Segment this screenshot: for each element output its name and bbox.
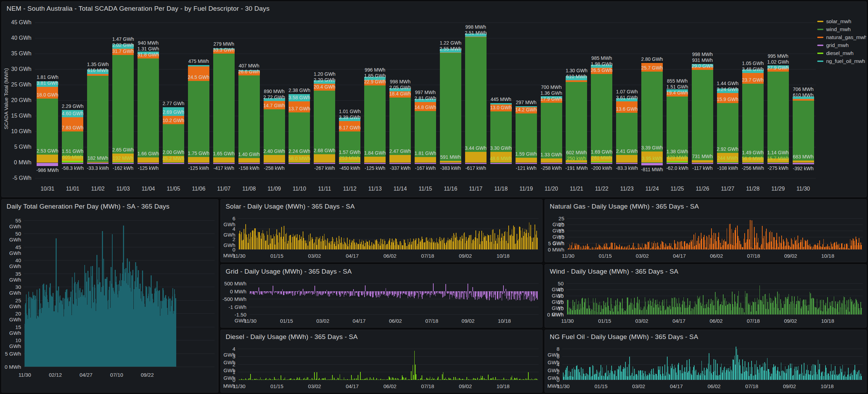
grid-segment[interactable] [238, 163, 260, 164]
diesel-segment[interactable] [566, 162, 587, 163]
grid-segment[interactable] [415, 163, 436, 164]
grid-segment[interactable] [339, 163, 360, 164]
mini-bar[interactable] [433, 283, 434, 291]
grid-segment[interactable] [314, 163, 335, 164]
mini-bar[interactable] [281, 291, 282, 294]
gas-segment[interactable] [465, 37, 487, 37]
mini-bar[interactable] [443, 372, 444, 380]
mini-bar[interactable] [764, 236, 764, 249]
mini-bar[interactable] [332, 375, 333, 380]
wind-segment[interactable] [793, 101, 814, 161]
gas-segment[interactable] [440, 53, 461, 53]
mini-bar[interactable] [314, 372, 315, 380]
mini-bar[interactable] [281, 375, 281, 380]
mini-bar[interactable] [337, 291, 337, 296]
legend-item-diesel_mwh[interactable]: diesel_mwh [817, 50, 863, 56]
solar-segment[interactable] [364, 157, 386, 163]
mini-bar[interactable] [495, 291, 496, 300]
mini-bar[interactable] [302, 291, 303, 295]
wind-segment[interactable] [364, 85, 386, 157]
diesel-segment[interactable] [163, 162, 184, 163]
mini-bar[interactable] [314, 291, 314, 294]
grid-segment[interactable] [112, 163, 134, 164]
mini-bar[interactable] [258, 287, 259, 291]
grid-segment[interactable] [389, 163, 411, 164]
mini-bar[interactable] [488, 375, 489, 380]
grid-segment[interactable] [717, 163, 738, 164]
mini-bar[interactable] [258, 291, 258, 293]
daily-total-chart[interactable]: 55 GWh50 GWh45 GWh40 GWh35 GWh30 GWh25 G… [2, 200, 218, 392]
grid-segment[interactable] [163, 163, 184, 164]
mini-bar[interactable] [416, 374, 416, 380]
mini-bar[interactable] [359, 291, 359, 297]
solar-segment[interactable] [264, 155, 285, 163]
grid-segment[interactable] [138, 163, 159, 164]
mini-bar[interactable] [503, 285, 504, 291]
mini-bar[interactable] [298, 291, 299, 292]
mini-bar[interactable] [491, 291, 492, 298]
mini-bar[interactable] [352, 291, 353, 296]
mini-bar[interactable] [861, 245, 862, 249]
solar-segment[interactable] [213, 157, 235, 163]
gas-segment[interactable] [566, 80, 587, 82]
wind-segment[interactable] [87, 76, 108, 162]
solar-segment[interactable] [440, 161, 461, 163]
diesel-segment[interactable] [62, 161, 83, 163]
mini-bar[interactable] [701, 239, 702, 249]
grid-segment[interactable] [37, 163, 58, 166]
diesel-segment[interactable] [112, 162, 134, 163]
solar-segment[interactable] [793, 161, 814, 163]
solar-segment[interactable] [541, 158, 562, 163]
diesel-segment[interactable] [289, 162, 310, 163]
wind-segment[interactable] [742, 84, 764, 157]
wind-segment[interactable] [440, 53, 461, 161]
mini-bar[interactable] [537, 291, 538, 300]
solar-segment[interactable] [188, 157, 209, 163]
wind-segment[interactable] [692, 70, 713, 160]
mini-bar[interactable] [472, 287, 473, 291]
wind-segment[interactable] [591, 74, 612, 157]
mini-bar[interactable] [649, 241, 650, 249]
grid-segment[interactable] [767, 163, 789, 164]
wind-segment[interactable] [465, 37, 487, 152]
grid-segment[interactable] [641, 163, 663, 165]
diesel-segment[interactable] [767, 162, 789, 163]
grid-segment[interactable] [440, 163, 461, 164]
mini-bar[interactable] [292, 291, 293, 296]
diesel-segment[interactable] [490, 162, 512, 163]
wind-segment[interactable] [238, 75, 260, 158]
fuel_oil-segment[interactable] [188, 65, 209, 66]
wind-segment[interactable] [566, 82, 587, 160]
mini-bar[interactable] [303, 289, 303, 291]
mini-bar[interactable] [464, 291, 464, 299]
mini-bar[interactable] [509, 291, 510, 300]
solar-segment[interactable] [516, 158, 537, 163]
diesel-segment[interactable] [717, 162, 738, 163]
mini-bar[interactable] [472, 291, 472, 297]
mini-bar[interactable] [272, 291, 273, 295]
mini-bar[interactable] [385, 291, 386, 296]
wind-segment[interactable] [389, 98, 411, 155]
solar-segment[interactable] [87, 162, 108, 163]
grid-segment[interactable] [616, 163, 638, 164]
wind-segment[interactable] [112, 55, 134, 154]
solar-segment[interactable] [415, 157, 436, 163]
solar-segment[interactable] [37, 155, 58, 163]
mini-bar[interactable] [445, 291, 445, 296]
grid-segment[interactable] [188, 163, 209, 164]
mini-bar[interactable] [317, 372, 317, 379]
mini-bar[interactable] [432, 291, 433, 294]
mini-bar[interactable] [502, 291, 503, 294]
wind-segment[interactable] [188, 81, 209, 157]
mini-bar[interactable] [386, 288, 386, 291]
solar-segment[interactable] [692, 160, 713, 163]
mini-bar[interactable] [365, 285, 366, 291]
mini-bar[interactable] [506, 289, 506, 291]
diesel-segment[interactable] [591, 162, 612, 163]
grid-segment[interactable] [213, 163, 235, 164]
mini-bar[interactable] [445, 284, 446, 291]
wind-segment[interactable] [415, 111, 436, 157]
mini-bar[interactable] [678, 242, 679, 249]
mini-bar[interactable] [422, 375, 422, 380]
legend-item-grid_mwh[interactable]: grid_mwh [817, 42, 863, 48]
